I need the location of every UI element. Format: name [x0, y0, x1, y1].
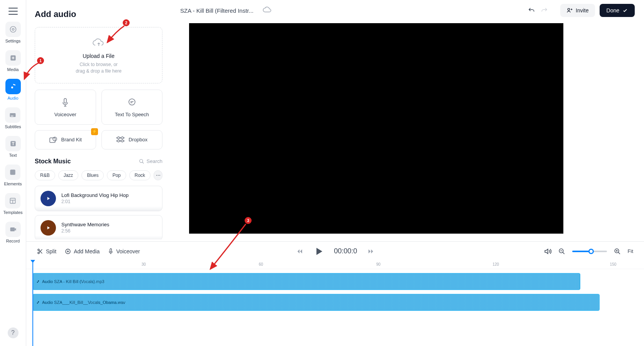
- left-rail: Settings Media Audio Subtitles T Text El…: [0, 0, 26, 346]
- svg-point-14: [140, 159, 143, 162]
- voiceover-card[interactable]: Voiceover: [35, 90, 96, 125]
- brandkit-card[interactable]: ⚡ Brand Kit: [35, 130, 96, 149]
- track-waveform: [35, 206, 162, 211]
- split-label: Split: [46, 248, 56, 254]
- track-title: Synthwave Memories: [61, 222, 157, 227]
- chip-rnb[interactable]: R&B: [35, 170, 55, 180]
- card-label: Text To Speech: [105, 112, 159, 117]
- chip-pop[interactable]: Pop: [107, 170, 126, 180]
- invite-label: Invite: [576, 7, 588, 14]
- media-icon: [5, 50, 21, 66]
- sidebar-panel: Add audio Upload a File Click to browse,…: [26, 0, 171, 239]
- annotation-badge-1: 1: [37, 57, 44, 64]
- rail-label: Media: [7, 67, 19, 72]
- elements-icon: [5, 165, 20, 180]
- track-thumb-icon: [41, 220, 56, 236]
- volume-button[interactable]: [544, 248, 551, 255]
- redo-button[interactable]: [539, 5, 549, 15]
- search-link[interactable]: Search: [139, 158, 162, 164]
- tracks-container: Audio SZA - Kill Bill (Vocals).mp3 Audio…: [26, 269, 644, 346]
- timecode: 00:00:0: [334, 247, 357, 255]
- svg-point-17: [38, 252, 39, 254]
- subtitles-icon: [5, 107, 20, 123]
- undo-button[interactable]: [526, 5, 536, 15]
- cloud-sync-icon[interactable]: [263, 6, 271, 15]
- add-media-label: Add Media: [74, 248, 100, 254]
- rail-label: Subtitles: [5, 124, 21, 129]
- help-icon[interactable]: ?: [8, 327, 19, 338]
- add-media-button[interactable]: Add Media: [65, 248, 100, 255]
- microphone-icon: [108, 248, 113, 255]
- chip-more[interactable]: ⋯: [154, 170, 162, 180]
- templates-icon: [5, 193, 20, 209]
- track-duration: 2:56: [61, 228, 157, 234]
- timeline-ruler[interactable]: 30 60 90 120 150: [26, 261, 644, 269]
- rail-item-settings[interactable]: Settings: [5, 22, 21, 43]
- tts-card[interactable]: Text To Speech: [101, 90, 163, 125]
- search-icon: [139, 159, 144, 164]
- svg-point-16: [38, 249, 39, 251]
- play-button[interactable]: [313, 246, 324, 257]
- zoom-handle[interactable]: [588, 249, 594, 254]
- lightning-badge-icon: ⚡: [91, 128, 98, 135]
- audio-icon: [5, 79, 21, 94]
- done-label: Done: [607, 7, 619, 14]
- plus-circle-icon: [65, 248, 71, 254]
- settings-icon: [5, 22, 21, 37]
- search-label: Search: [147, 158, 162, 164]
- playhead[interactable]: [32, 261, 33, 346]
- svg-rect-12: [50, 138, 55, 142]
- done-button[interactable]: Done: [600, 4, 635, 17]
- ruler-mark: 120: [492, 262, 499, 266]
- skip-forward-button[interactable]: [367, 248, 374, 255]
- skip-back-button[interactable]: [296, 248, 303, 255]
- speech-icon: [105, 97, 159, 108]
- rail-label: Audio: [7, 96, 18, 100]
- clip-waveform: [33, 273, 580, 290]
- genre-chips: R&B Jazz Blues Pop Rock ⋯: [35, 170, 162, 180]
- dropbox-icon: [116, 136, 125, 144]
- rail-item-templates[interactable]: Templates: [3, 193, 22, 215]
- voiceover-button[interactable]: Voiceover: [108, 248, 140, 255]
- annotation-badge-2: 2: [123, 19, 130, 26]
- clip-label: Audio SZA___Kill_Bill__Vocals_Obama.wav: [36, 300, 125, 305]
- zoom-slider[interactable]: [572, 251, 607, 252]
- chip-rock[interactable]: Rock: [129, 170, 150, 180]
- stock-track[interactable]: Lofi Background Vlog Hip Hop 2:01: [35, 186, 162, 211]
- track-title: Lofi Background Vlog Hip Hop: [61, 192, 157, 198]
- track-thumb-icon: [41, 191, 56, 206]
- rail-item-elements[interactable]: Elements: [4, 165, 22, 186]
- dropbox-card[interactable]: Dropbox: [101, 130, 163, 149]
- rail-item-media[interactable]: Media: [5, 50, 21, 72]
- track-waveform: [35, 236, 162, 239]
- text-icon: T: [5, 136, 21, 151]
- cloud-upload-icon: [92, 37, 105, 47]
- rail-item-text[interactable]: T Text: [5, 136, 21, 158]
- rail-item-record[interactable]: Record: [5, 222, 21, 243]
- rail-item-audio[interactable]: Audio: [5, 79, 21, 100]
- video-preview[interactable]: [189, 23, 563, 234]
- clip-label: Audio SZA - Kill Bill (Vocals).mp3: [36, 279, 104, 284]
- split-button[interactable]: Split: [37, 248, 56, 255]
- rail-item-subtitles[interactable]: Subtitles: [5, 107, 21, 129]
- stock-track[interactable]: Synthwave Memories 2:56: [35, 215, 162, 239]
- invite-icon: [566, 7, 573, 14]
- zoom-in-button[interactable]: [614, 248, 621, 255]
- svg-point-1: [12, 29, 14, 31]
- upload-box[interactable]: Upload a File Click to browse, or drag &…: [35, 27, 162, 83]
- zoom-out-button[interactable]: [558, 248, 565, 255]
- chip-jazz[interactable]: Jazz: [58, 170, 79, 180]
- audio-clip[interactable]: Audio SZA___Kill_Bill__Vocals_Obama.wav: [32, 294, 600, 311]
- invite-button[interactable]: Invite: [560, 4, 595, 17]
- hamburger-icon[interactable]: [8, 8, 18, 15]
- rail-label: Record: [6, 239, 20, 243]
- music-note-icon: [36, 280, 40, 284]
- card-label: Brand Kit: [61, 137, 82, 142]
- fit-button[interactable]: Fit: [628, 248, 633, 254]
- audio-clip[interactable]: Audio SZA - Kill Bill (Vocals).mp3: [32, 273, 580, 290]
- voiceover-label: Voiceover: [116, 248, 140, 254]
- svg-point-11: [129, 99, 135, 105]
- project-title[interactable]: SZA - Kill Bill (Filtered Instr...: [180, 7, 254, 14]
- svg-point-0: [10, 27, 16, 32]
- chip-blues[interactable]: Blues: [81, 170, 104, 180]
